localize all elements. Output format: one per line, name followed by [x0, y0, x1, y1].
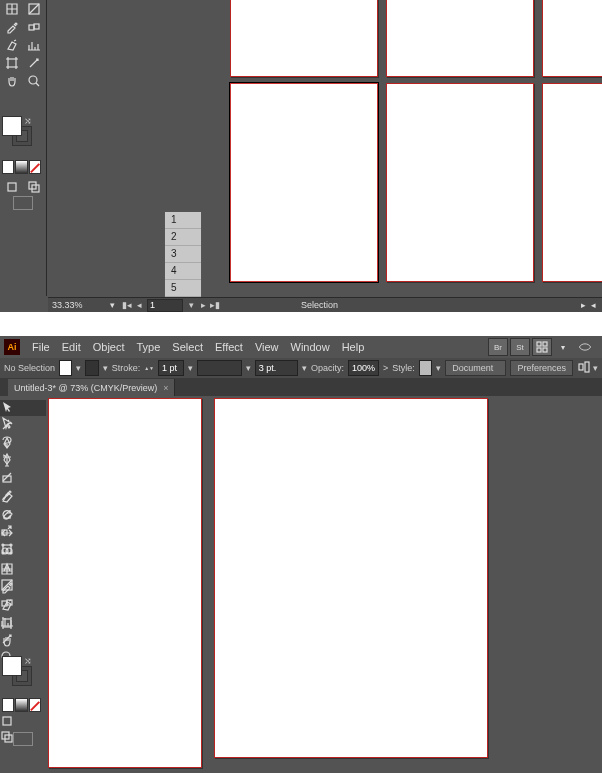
- artboard-3[interactable]: [542, 0, 602, 77]
- fill-color-swatch[interactable]: [59, 360, 72, 376]
- mesh-tool-icon[interactable]: [2, 1, 22, 17]
- fill-swatch[interactable]: [2, 116, 22, 136]
- fill-dropdown-icon[interactable]: ▾: [76, 363, 81, 373]
- magic-wand-tool-icon[interactable]: [0, 418, 46, 434]
- rectangle-tool-icon[interactable]: [0, 472, 46, 488]
- mesh-tool-icon[interactable]: [0, 562, 46, 578]
- zoom-level[interactable]: 33.33%: [48, 300, 107, 310]
- artboard-2[interactable]: [386, 0, 534, 77]
- align-dropdown-icon[interactable]: ▾: [593, 363, 598, 373]
- artboard-number-field[interactable]: 1: [147, 299, 183, 312]
- brush-definition-field[interactable]: 3 pt. Round: [255, 360, 298, 376]
- draw-behind-icon[interactable]: [24, 179, 44, 195]
- canvas-area-bottom[interactable]: [46, 396, 602, 773]
- document-tab[interactable]: Untitled-3* @ 73% (CMYK/Preview) ×: [8, 379, 175, 396]
- artboard-nav-item[interactable]: 4: [165, 263, 201, 280]
- nav-first-icon[interactable]: ▮◂: [121, 299, 133, 311]
- pen-tool-icon[interactable]: [0, 436, 46, 452]
- eyedropper-tool-icon[interactable]: [0, 580, 46, 596]
- variable-width-profile[interactable]: [197, 360, 241, 376]
- shape-builder-tool-icon[interactable]: [0, 544, 46, 560]
- color-mode-solid[interactable]: [2, 698, 14, 712]
- menu-help[interactable]: Help: [336, 336, 371, 358]
- menu-edit[interactable]: Edit: [56, 336, 87, 358]
- draw-normal-icon[interactable]: [0, 714, 46, 730]
- color-mode-none[interactable]: [29, 160, 41, 174]
- stroke-dropdown-icon[interactable]: ▾: [103, 363, 108, 373]
- artboard-5[interactable]: [386, 83, 534, 282]
- arrange-dropdown-icon[interactable]: ▾: [554, 339, 572, 355]
- gradient-tool-icon[interactable]: [24, 1, 44, 17]
- screen-mode-button[interactable]: [13, 196, 33, 210]
- stroke-weight-stepper-icon[interactable]: ▲▼: [144, 366, 154, 371]
- artboard-6[interactable]: [542, 83, 602, 282]
- app-logo[interactable]: Ai: [4, 339, 20, 355]
- artboard-nav-item[interactable]: 5: [165, 280, 201, 297]
- menu-select[interactable]: Select: [166, 336, 209, 358]
- fill-swatch[interactable]: [2, 656, 22, 676]
- hand-tool-icon[interactable]: [2, 73, 22, 89]
- opacity-field[interactable]: 100%: [348, 360, 379, 376]
- artboard-a[interactable]: [48, 398, 202, 768]
- bridge-button[interactable]: Br: [488, 338, 508, 356]
- stroke-weight-dropdown-icon[interactable]: ▾: [188, 363, 193, 373]
- artboard-1[interactable]: [230, 0, 378, 77]
- artboard-b[interactable]: [214, 398, 488, 758]
- artboard-nav-item[interactable]: 2: [165, 229, 201, 246]
- hand-tool-icon[interactable]: [0, 634, 46, 650]
- symbol-sprayer-tool-icon[interactable]: [0, 598, 46, 614]
- opacity-dropdown-icon[interactable]: >: [383, 363, 388, 373]
- nav-next-icon[interactable]: ▸: [197, 299, 209, 311]
- canvas-area-top[interactable]: [48, 0, 602, 296]
- gpu-performance-icon[interactable]: [574, 339, 596, 355]
- width-profile-dropdown-icon[interactable]: ▾: [246, 363, 251, 373]
- stroke-color-swatch[interactable]: [85, 360, 98, 376]
- zoom-tool-icon[interactable]: [24, 73, 44, 89]
- menu-effect[interactable]: Effect: [209, 336, 249, 358]
- menu-view[interactable]: View: [249, 336, 285, 358]
- selection-tool-icon[interactable]: [0, 400, 46, 416]
- nav-prev-icon[interactable]: ◂: [133, 299, 145, 311]
- stock-button[interactable]: St: [510, 338, 530, 356]
- column-graph-tool-icon[interactable]: [24, 37, 44, 53]
- close-tab-icon[interactable]: ×: [163, 383, 168, 393]
- rotate-tool-icon[interactable]: [0, 508, 46, 524]
- artboard-nav-popup[interactable]: 1 2 3 4 5: [164, 211, 202, 298]
- slice-tool-icon[interactable]: [24, 55, 44, 71]
- artboard-tool-icon[interactable]: [0, 616, 46, 632]
- width-tool-icon[interactable]: [0, 526, 46, 542]
- style-dropdown-icon[interactable]: ▾: [436, 363, 441, 373]
- color-mode-gradient[interactable]: [15, 698, 27, 712]
- tools-panel: ⤭: [0, 396, 47, 773]
- menu-window[interactable]: Window: [285, 336, 336, 358]
- menu-type[interactable]: Type: [131, 336, 167, 358]
- status-tri-left-icon[interactable]: ◂: [588, 300, 598, 310]
- draw-normal-icon[interactable]: [2, 179, 22, 195]
- zoom-dropdown-icon[interactable]: ▾: [107, 300, 117, 310]
- preferences-button[interactable]: Preferences: [510, 360, 573, 376]
- menu-file[interactable]: File: [26, 336, 56, 358]
- document-setup-button[interactable]: Document Setup: [445, 360, 506, 376]
- color-mode-gradient[interactable]: [15, 160, 27, 174]
- nav-last-icon[interactable]: ▸▮: [209, 299, 221, 311]
- blend-tool-icon[interactable]: [24, 19, 44, 35]
- artboard-tool-icon[interactable]: [2, 55, 22, 71]
- artboard-4[interactable]: [230, 83, 378, 282]
- graphic-style-swatch[interactable]: [419, 360, 432, 376]
- brush-dropdown-icon[interactable]: ▾: [302, 363, 307, 373]
- artboard-nav-item[interactable]: 3: [165, 246, 201, 263]
- artboard-nav-item[interactable]: 1: [165, 212, 201, 229]
- screen-mode-button[interactable]: [13, 732, 33, 746]
- stroke-weight-field[interactable]: 1 pt: [158, 360, 184, 376]
- color-mode-solid[interactable]: [2, 160, 14, 174]
- eyedropper-tool-icon[interactable]: [2, 19, 22, 35]
- color-mode-none[interactable]: [29, 698, 41, 712]
- status-tri-right-icon[interactable]: ▸: [578, 300, 588, 310]
- arrange-documents-icon[interactable]: [532, 338, 552, 356]
- shaper-tool-icon[interactable]: [0, 490, 46, 506]
- align-to-icon[interactable]: [577, 360, 591, 376]
- symbol-sprayer-tool-icon[interactable]: [2, 37, 22, 53]
- menu-object[interactable]: Object: [87, 336, 131, 358]
- nav-dropdown-icon[interactable]: ▾: [185, 299, 197, 311]
- type-tool-icon[interactable]: [0, 454, 46, 470]
